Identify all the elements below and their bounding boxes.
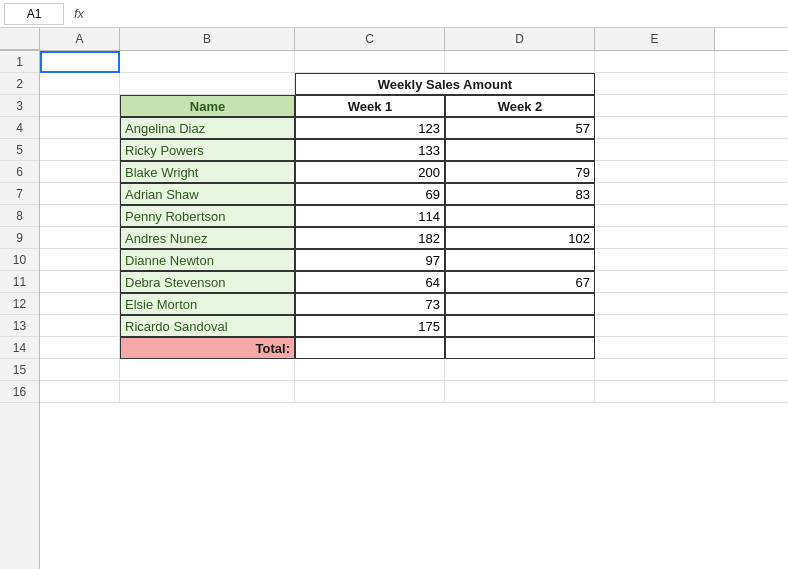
row-num-10[interactable]: 10	[0, 249, 39, 271]
cell-d8[interactable]	[445, 205, 595, 227]
cell-c14-total[interactable]	[295, 337, 445, 359]
cell-d5[interactable]	[445, 139, 595, 161]
cell-d16[interactable]	[445, 381, 595, 403]
cell-c3-week1-header[interactable]: Week 1	[295, 95, 445, 117]
cell-a9[interactable]	[40, 227, 120, 249]
cell-d6[interactable]: 79	[445, 161, 595, 183]
cell-e16[interactable]	[595, 381, 715, 403]
cell-e13[interactable]	[595, 315, 715, 337]
row-num-6[interactable]: 6	[0, 161, 39, 183]
row-num-7[interactable]: 7	[0, 183, 39, 205]
cell-d14-total[interactable]	[445, 337, 595, 359]
cell-cd2-merged[interactable]: Weekly Sales Amount	[295, 73, 595, 95]
col-header-c[interactable]: C	[295, 28, 445, 50]
col-header-d[interactable]: D	[445, 28, 595, 50]
cell-a7[interactable]	[40, 183, 120, 205]
row-num-15[interactable]: 15	[0, 359, 39, 381]
row-num-4[interactable]: 4	[0, 117, 39, 139]
cell-e10[interactable]	[595, 249, 715, 271]
cell-d7[interactable]: 83	[445, 183, 595, 205]
cell-c11[interactable]: 64	[295, 271, 445, 293]
cell-e7[interactable]	[595, 183, 715, 205]
cell-a14[interactable]	[40, 337, 120, 359]
row-num-12[interactable]: 12	[0, 293, 39, 315]
cell-b4[interactable]: Angelina Diaz	[120, 117, 295, 139]
cell-c13[interactable]: 175	[295, 315, 445, 337]
cell-b3-name-header[interactable]: Name	[120, 95, 295, 117]
cell-b8[interactable]: Penny Robertson	[120, 205, 295, 227]
cell-a10[interactable]	[40, 249, 120, 271]
cell-c9[interactable]: 182	[295, 227, 445, 249]
cell-d10[interactable]	[445, 249, 595, 271]
row-num-14[interactable]: 14	[0, 337, 39, 359]
formula-input[interactable]	[90, 6, 784, 21]
cell-e6[interactable]	[595, 161, 715, 183]
cell-a11[interactable]	[40, 271, 120, 293]
row-num-1[interactable]: 1	[0, 51, 39, 73]
cell-e9[interactable]	[595, 227, 715, 249]
cell-b15[interactable]	[120, 359, 295, 381]
cell-b7[interactable]: Adrian Shaw	[120, 183, 295, 205]
cell-e2[interactable]	[595, 73, 715, 95]
cell-c1[interactable]	[295, 51, 445, 73]
cell-d4[interactable]: 57	[445, 117, 595, 139]
cell-c12[interactable]: 73	[295, 293, 445, 315]
cell-b6[interactable]: Blake Wright	[120, 161, 295, 183]
cell-a16[interactable]	[40, 381, 120, 403]
cell-c6[interactable]: 200	[295, 161, 445, 183]
cell-reference-box[interactable]: A1	[4, 3, 64, 25]
row-num-16[interactable]: 16	[0, 381, 39, 403]
cell-b2[interactable]	[120, 73, 295, 95]
row-num-8[interactable]: 8	[0, 205, 39, 227]
cell-e15[interactable]	[595, 359, 715, 381]
cell-a1[interactable]	[40, 51, 120, 73]
cell-d1[interactable]	[445, 51, 595, 73]
cell-b14-total[interactable]: Total:	[120, 337, 295, 359]
cell-a12[interactable]	[40, 293, 120, 315]
cell-b16[interactable]	[120, 381, 295, 403]
cell-b1[interactable]	[120, 51, 295, 73]
cell-e3[interactable]	[595, 95, 715, 117]
cell-e11[interactable]	[595, 271, 715, 293]
cell-a6[interactable]	[40, 161, 120, 183]
cell-a3[interactable]	[40, 95, 120, 117]
cell-e8[interactable]	[595, 205, 715, 227]
cell-a8[interactable]	[40, 205, 120, 227]
cell-c7[interactable]: 69	[295, 183, 445, 205]
cell-d12[interactable]	[445, 293, 595, 315]
row-num-2[interactable]: 2	[0, 73, 39, 95]
cell-d9[interactable]: 102	[445, 227, 595, 249]
cell-d15[interactable]	[445, 359, 595, 381]
col-header-b[interactable]: B	[120, 28, 295, 50]
cell-a13[interactable]	[40, 315, 120, 337]
cell-a2[interactable]	[40, 73, 120, 95]
row-num-9[interactable]: 9	[0, 227, 39, 249]
cell-b5[interactable]: Ricky Powers	[120, 139, 295, 161]
cell-a4[interactable]	[40, 117, 120, 139]
cell-c8[interactable]: 114	[295, 205, 445, 227]
cell-e5[interactable]	[595, 139, 715, 161]
cell-c5[interactable]: 133	[295, 139, 445, 161]
cell-e1[interactable]	[595, 51, 715, 73]
cell-b12[interactable]: Elsie Morton	[120, 293, 295, 315]
cell-b11[interactable]: Debra Stevenson	[120, 271, 295, 293]
cell-a5[interactable]	[40, 139, 120, 161]
cell-d3-week2-header[interactable]: Week 2	[445, 95, 595, 117]
cell-e12[interactable]	[595, 293, 715, 315]
cell-b9[interactable]: Andres Nunez	[120, 227, 295, 249]
row-num-11[interactable]: 11	[0, 271, 39, 293]
col-header-e[interactable]: E	[595, 28, 715, 50]
col-header-a[interactable]: A	[40, 28, 120, 50]
cell-a15[interactable]	[40, 359, 120, 381]
cell-c10[interactable]: 97	[295, 249, 445, 271]
row-num-5[interactable]: 5	[0, 139, 39, 161]
cell-e14[interactable]	[595, 337, 715, 359]
cell-d13[interactable]	[445, 315, 595, 337]
cell-c15[interactable]	[295, 359, 445, 381]
cell-e4[interactable]	[595, 117, 715, 139]
cell-c4[interactable]: 123	[295, 117, 445, 139]
cell-b13[interactable]: Ricardo Sandoval	[120, 315, 295, 337]
cell-b10[interactable]: Dianne Newton	[120, 249, 295, 271]
row-num-13[interactable]: 13	[0, 315, 39, 337]
row-num-3[interactable]: 3	[0, 95, 39, 117]
